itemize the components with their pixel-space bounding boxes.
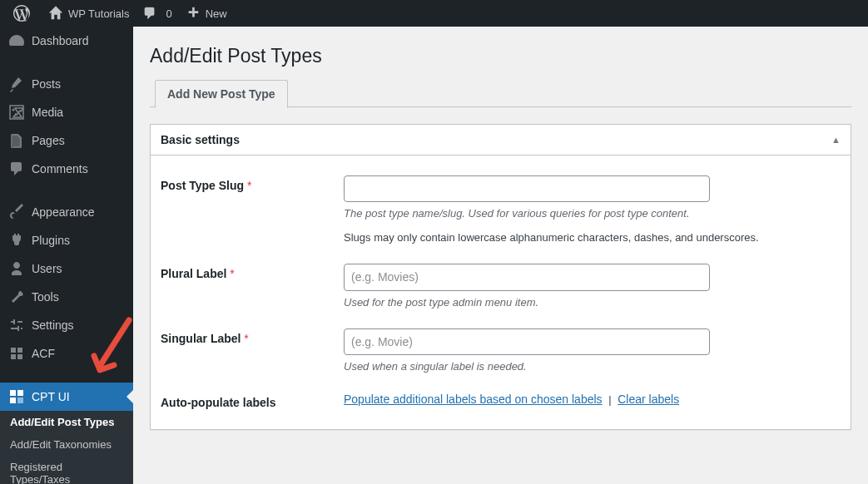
sidebar-label: Posts [32, 77, 61, 91]
comments-icon [8, 161, 25, 177]
sidebar-item-appearance[interactable]: Appearance [0, 198, 133, 226]
sidebar-label: Appearance [32, 205, 95, 219]
svg-rect-3 [11, 354, 16, 359]
sidebar-label: ACF [32, 347, 55, 360]
svg-rect-7 [10, 398, 16, 403]
panel-header[interactable]: Basic settings ▲ [151, 125, 851, 156]
required-asterisk: * [244, 332, 248, 345]
clear-labels-link[interactable]: Clear labels [618, 393, 679, 406]
comments-link[interactable]: 0 [136, 0, 178, 27]
required-asterisk: * [230, 267, 234, 280]
sidebar-item-settings[interactable]: Settings [0, 311, 133, 339]
plural-label: Plural Label * [161, 264, 344, 280]
svg-rect-6 [17, 390, 23, 396]
page-icon [8, 132, 25, 149]
required-asterisk: * [247, 179, 251, 192]
comment-icon [142, 6, 157, 21]
site-name-link[interactable]: WP Tutorials [42, 0, 136, 27]
sidebar-label: Pages [32, 134, 65, 147]
submenu-add-edit-post-types[interactable]: Add/Edit Post Types [0, 411, 133, 433]
svg-rect-2 [17, 348, 22, 353]
sidebar-item-tools[interactable]: Tools [0, 283, 133, 311]
brush-icon [8, 204, 25, 220]
autopopulate-label: Auto-populate labels [161, 393, 344, 409]
sidebar-label: Dashboard [32, 34, 89, 47]
svg-point-0 [12, 109, 15, 111]
sidebar-label: Plugins [32, 234, 70, 247]
menu-separator [0, 55, 133, 70]
link-separator: | [608, 393, 611, 406]
svg-rect-1 [11, 348, 16, 353]
plug-icon [8, 232, 25, 249]
field-row-slug: Post Type Slug * The post type name/slug… [161, 165, 841, 254]
wrench-icon [8, 289, 25, 305]
menu-separator [0, 368, 133, 383]
slug-note: Slugs may only contain lowercase alphanu… [344, 231, 841, 244]
pin-icon [8, 76, 25, 92]
grid-icon [8, 345, 25, 362]
user-icon [8, 260, 25, 277]
media-icon [8, 104, 25, 121]
plus-icon [186, 6, 201, 21]
populate-labels-link[interactable]: Populate additional labels based on chos… [344, 393, 603, 406]
slug-description: The post type name/slug. Used for variou… [344, 207, 841, 220]
sidebar-item-acf[interactable]: ACF [0, 339, 133, 368]
sidebar-label: CPT UI [32, 390, 70, 403]
sidebar-item-comments[interactable]: Comments [0, 155, 133, 183]
new-label: New [206, 7, 227, 20]
dashboard-icon [8, 32, 25, 49]
plural-input[interactable] [344, 264, 710, 290]
sliders-icon [8, 317, 25, 333]
sidebar-item-media[interactable]: Media [0, 98, 133, 126]
tab-add-new-post-type[interactable]: Add New Post Type [155, 80, 288, 108]
wp-logo-menu[interactable] [7, 0, 42, 27]
svg-rect-4 [17, 354, 22, 359]
wordpress-icon [13, 5, 30, 22]
svg-rect-5 [10, 390, 16, 396]
plural-description: Used for the post type admin menu item. [344, 296, 841, 309]
admin-menu: Dashboard Posts Media Pages Comments App… [0, 27, 133, 484]
field-row-singular: Singular Label * Used when a singular la… [161, 319, 841, 383]
menu-separator [0, 183, 133, 198]
new-content-link[interactable]: New [179, 0, 234, 27]
sidebar-label: Media [32, 106, 63, 119]
page-title: Add/Edit Post Types [150, 45, 851, 67]
field-row-autopopulate: Auto-populate labels Populate additional… [161, 383, 841, 419]
field-row-plural: Plural Label * Used for the post type ad… [161, 254, 841, 318]
sidebar-label: Comments [32, 162, 88, 175]
sidebar-item-plugins[interactable]: Plugins [0, 226, 133, 254]
submenu-add-edit-taxonomies[interactable]: Add/Edit Taxonomies [0, 433, 133, 456]
site-name-label: WP Tutorials [68, 7, 129, 20]
submenu-registered-types[interactable]: Registered Types/Taxes [0, 456, 133, 484]
slug-input[interactable] [344, 175, 710, 202]
sidebar-label: Settings [32, 319, 74, 332]
sidebar-item-posts[interactable]: Posts [0, 70, 133, 98]
cpt-icon [8, 388, 25, 405]
tab-nav: Add New Post Type [150, 79, 851, 107]
sidebar-item-pages[interactable]: Pages [0, 126, 133, 155]
sidebar-item-dashboard[interactable]: Dashboard [0, 27, 133, 55]
basic-settings-panel: Basic settings ▲ Post Type Slug * The po… [150, 124, 851, 430]
sidebar-item-cptui[interactable]: CPT UI [0, 383, 133, 411]
cptui-submenu: Add/Edit Post Types Add/Edit Taxonomies … [0, 411, 133, 484]
panel-title: Basic settings [161, 133, 240, 146]
slug-label: Post Type Slug * [161, 175, 344, 192]
singular-label: Singular Label * [161, 328, 344, 345]
sidebar-label: Users [32, 262, 62, 275]
home-icon [48, 6, 63, 21]
sidebar-item-users[interactable]: Users [0, 254, 133, 283]
panel-body: Post Type Slug * The post type name/slug… [151, 156, 851, 429]
singular-description: Used when a singular label is needed. [344, 360, 841, 373]
singular-input[interactable] [344, 328, 710, 355]
admin-bar: WP Tutorials 0 New [0, 0, 868, 27]
svg-rect-8 [17, 398, 23, 403]
sidebar-label: Tools [32, 290, 59, 304]
main-content: Add/Edit Post Types Add New Post Type Ba… [133, 27, 868, 484]
comments-count: 0 [166, 7, 171, 20]
collapse-icon[interactable]: ▲ [831, 135, 841, 145]
